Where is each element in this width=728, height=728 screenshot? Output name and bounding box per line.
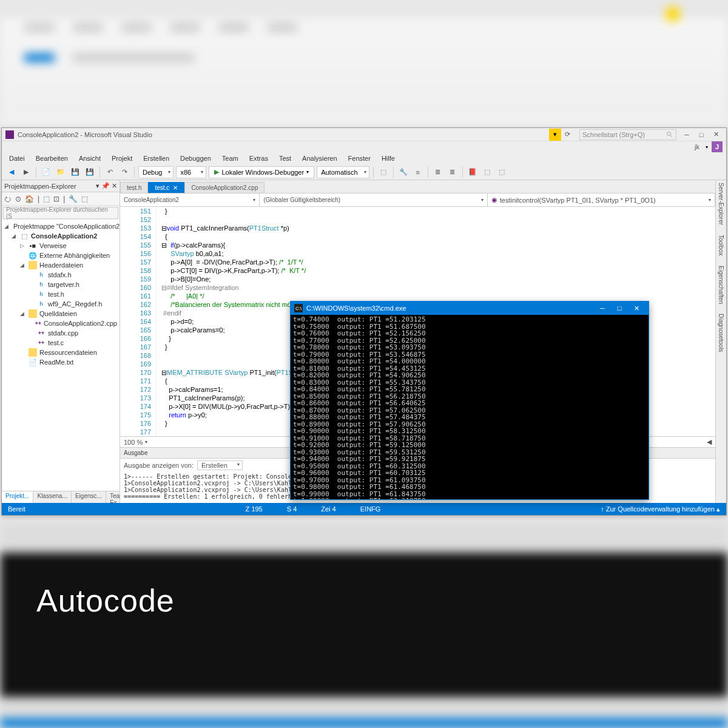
menu-bearbeiten[interactable]: Bearbeiten bbox=[31, 153, 73, 163]
tree-item[interactable]: ++stdafx.cpp bbox=[2, 328, 120, 338]
tree-item[interactable]: ◢Projektmappe "ConsoleApplication2" (Pro bbox=[2, 221, 120, 231]
menu-hilfe[interactable]: Hilfe bbox=[377, 153, 400, 163]
maximize-button[interactable]: □ bbox=[695, 129, 708, 140]
cmd-minimize[interactable]: ─ bbox=[594, 302, 611, 314]
save-icon[interactable]: 💾 bbox=[69, 166, 81, 178]
undo-icon[interactable]: ↶ bbox=[104, 166, 116, 178]
menu-ansicht[interactable]: Ansicht bbox=[74, 153, 106, 163]
svg-point-0 bbox=[667, 132, 671, 135]
tree-item[interactable]: ◢Quelldateien bbox=[2, 309, 120, 318]
home-icon[interactable]: ⭮ bbox=[4, 195, 12, 203]
titlebar[interactable]: ConsoleApplication2 - Microsoft Visual S… bbox=[2, 128, 726, 141]
nav-back-icon[interactable]: ◀ bbox=[5, 166, 18, 178]
menu-erstellen[interactable]: Erstellen bbox=[138, 153, 174, 163]
menubar: DateiBearbeitenAnsichtProjektErstellenDe… bbox=[2, 152, 726, 164]
tree-item[interactable]: Ressourcendateien bbox=[2, 348, 120, 357]
explorer-tab[interactable]: Klassena... bbox=[33, 491, 71, 503]
side-tab[interactable]: Server-Explorer bbox=[718, 183, 724, 225]
tree-item[interactable]: 📄ReadMe.txt bbox=[2, 357, 120, 367]
minimize-button[interactable]: ─ bbox=[680, 129, 693, 140]
tree-item[interactable]: hwf9_AC_Regdef.h bbox=[2, 299, 120, 309]
editor-tab[interactable]: ConsoleApplication2.cpp bbox=[184, 182, 265, 193]
auto-combo[interactable]: Automatisch bbox=[317, 166, 369, 178]
output-source-combo[interactable]: Erstellen bbox=[197, 460, 243, 470]
menu-debuggen[interactable]: Debuggen bbox=[175, 153, 216, 163]
tree-item[interactable]: ▷▪■Verweise bbox=[2, 241, 120, 251]
tree-item[interactable]: htest.h bbox=[2, 289, 120, 299]
vs-logo-icon bbox=[5, 130, 14, 139]
statusbar: Bereit Z 195 S 4 Zei 4 EINFG ↑ Zur Quell… bbox=[2, 503, 726, 515]
explorer-tab[interactable]: Projekt... bbox=[2, 491, 33, 503]
cmd-icon: C:\ bbox=[294, 304, 303, 312]
side-tab[interactable]: Toolbox bbox=[718, 235, 724, 255]
side-tab[interactable]: Diagnosetools bbox=[718, 314, 724, 352]
user-avatar[interactable]: J bbox=[712, 141, 723, 152]
nav-scope[interactable]: (Globaler Gültigkeitsbereich) bbox=[260, 194, 487, 206]
explorer-header: Projektmappen-Explorer ▾ 📌 ✕ bbox=[2, 180, 120, 192]
menu-datei[interactable]: Datei bbox=[4, 153, 30, 163]
side-tab[interactable]: Eigenschaften bbox=[718, 266, 724, 304]
editor-tabs: test.htest.c✕ConsoleApplication2.cpp bbox=[120, 180, 715, 194]
cmd-close[interactable]: ✕ bbox=[628, 302, 645, 314]
save-all-icon[interactable]: 💾 bbox=[84, 166, 96, 178]
nav-function[interactable]: ◉testinitcontrol(SVartyp PT1_0I1, SVarty… bbox=[488, 194, 715, 206]
menu-extras[interactable]: Extras bbox=[244, 153, 273, 163]
solution-explorer: Projektmappen-Explorer ▾ 📌 ✕ ⭮ ⊙ 🏠 | ⬚ ⊡… bbox=[2, 180, 120, 503]
explorer-tab[interactable]: Eigensc... bbox=[72, 491, 106, 503]
menu-test[interactable]: Test bbox=[274, 153, 296, 163]
cmd-window: C:\ C:\WINDOWS\system32\cmd.exe ─ □ ✕ t=… bbox=[290, 301, 649, 500]
editor-tab[interactable]: test.c✕ bbox=[148, 182, 184, 193]
run-button[interactable]: ▶Lokaler Windows-Debugger▾ bbox=[209, 166, 314, 178]
tree-item[interactable]: ++test.c bbox=[2, 338, 120, 348]
tree-item[interactable]: hstdafx.h bbox=[2, 270, 120, 280]
explorer-search[interactable]: Projektmappen-Explorer durchsuchen (S bbox=[3, 207, 118, 219]
explorer-toolbar: ⭮ ⊙ 🏠 | ⬚ ⊡ | 🔧 ⬚ bbox=[2, 192, 120, 206]
cmd-titlebar[interactable]: C:\ C:\WINDOWS\system32\cmd.exe ─ □ ✕ bbox=[291, 302, 649, 315]
platform-combo[interactable]: x86 bbox=[176, 166, 206, 178]
cmd-maximize[interactable]: □ bbox=[611, 302, 628, 314]
tree-item[interactable]: ◢⬚ConsoleApplication2 bbox=[2, 231, 120, 241]
tree-item[interactable]: ◢Headerdateien bbox=[2, 260, 120, 270]
nav-project[interactable]: ConsoleApplication2 bbox=[120, 194, 260, 206]
watermark: Autocode bbox=[36, 582, 175, 619]
window-title: ConsoleApplication2 - Microsoft Visual S… bbox=[18, 131, 152, 138]
tree-item[interactable]: ++ConsoleApplication2.cpp bbox=[2, 318, 120, 328]
nav-fwd-icon[interactable]: ▶ bbox=[20, 166, 32, 178]
menu-team[interactable]: Team bbox=[217, 153, 243, 163]
menu-fenster[interactable]: Fenster bbox=[343, 153, 376, 163]
editor-tab[interactable]: test.h bbox=[120, 182, 148, 193]
cmd-output: t=0.74000 output: PT1 =51.203125 t=0.750… bbox=[291, 315, 649, 499]
new-icon[interactable]: 📄 bbox=[40, 166, 52, 178]
toolbar: ◀ ▶ 📄 📁 💾 💾 ↶ ↷ Debug x86 ▶Lokaler Windo… bbox=[2, 164, 726, 180]
solution-tree: ◢Projektmappe "ConsoleApplication2" (Pro… bbox=[2, 220, 120, 491]
menu-analysieren[interactable]: Analysieren bbox=[297, 153, 342, 163]
quick-launch[interactable]: Schnellstart (Strg+Q) bbox=[579, 129, 676, 140]
menu-projekt[interactable]: Projekt bbox=[107, 153, 137, 163]
config-combo[interactable]: Debug bbox=[138, 166, 174, 178]
tree-item[interactable]: htargetver.h bbox=[2, 280, 120, 289]
redo-icon[interactable]: ↷ bbox=[118, 166, 130, 178]
notification-badge[interactable]: ▾ bbox=[549, 129, 561, 141]
tree-item[interactable]: 🌐Externe Abhängigkeiten bbox=[2, 251, 120, 260]
close-button[interactable]: ✕ bbox=[709, 129, 723, 140]
svg-line-1 bbox=[670, 135, 672, 136]
open-icon[interactable]: 📁 bbox=[55, 166, 67, 178]
